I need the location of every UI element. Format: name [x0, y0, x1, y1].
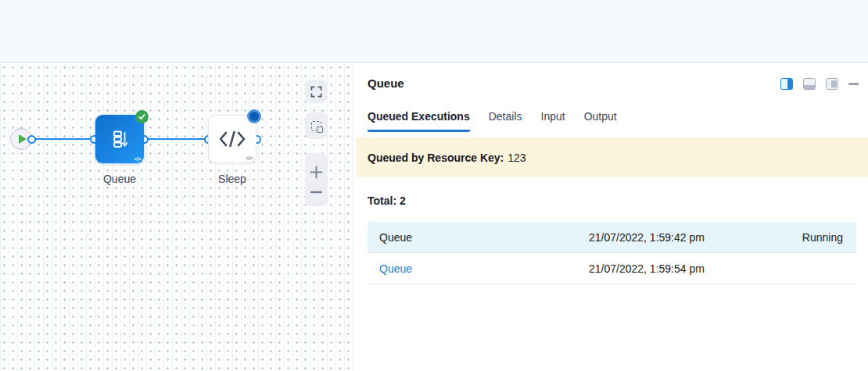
execution-link[interactable]: Queue	[379, 262, 412, 275]
tab-details[interactable]: Details	[489, 110, 522, 132]
sleep-node[interactable]: </>	[208, 115, 256, 163]
total-count: Total: 2	[368, 194, 406, 207]
fit-view-icon	[310, 86, 322, 98]
panel-bottom-icon[interactable]	[803, 78, 816, 90]
zoom-to-selection-icon	[311, 121, 321, 131]
zoom-controls[interactable]	[305, 153, 328, 206]
panel-layout-actions	[780, 78, 859, 90]
success-check-icon	[135, 110, 149, 123]
connection-queue-sleep	[144, 138, 208, 140]
sleep-node-label: Sleep	[185, 173, 279, 185]
workflow-canvas[interactable]: </> </> Queue Sleep	[0, 63, 356, 371]
top-header-band	[0, 0, 868, 62]
tab-input[interactable]: Input	[541, 110, 565, 132]
execution-row[interactable]: Queue 21/07/2022, 1:59:54 pm	[368, 253, 856, 284]
tab-queued-executions[interactable]: Queued Executions	[368, 110, 470, 132]
code-node-marker-icon: </>	[246, 155, 253, 161]
fit-view-button[interactable]	[305, 80, 328, 103]
zoom-to-selection-button[interactable]	[305, 112, 328, 139]
running-status-icon	[247, 109, 261, 123]
resource-key-banner: Queued by Resource Key: 123	[356, 137, 868, 177]
panel-title: Queue	[368, 77, 404, 90]
queue-node-label: Queue	[73, 173, 167, 185]
zoom-out-icon[interactable]	[310, 191, 322, 194]
resource-key-value: 123	[508, 152, 525, 164]
execution-timestamp: 21/07/2022, 1:59:54 pm	[589, 262, 770, 275]
minimize-icon[interactable]	[848, 83, 859, 85]
connection-start-queue	[31, 138, 94, 140]
node-details-panel: Queue Queued Executions Details Input Ou…	[356, 63, 868, 371]
execution-status: Running	[770, 231, 856, 244]
play-icon	[19, 134, 27, 144]
execution-timestamp: 21/07/2022, 1:59:42 pm	[589, 231, 770, 244]
code-node-marker-icon: </>	[134, 156, 141, 162]
split-right-icon[interactable]	[780, 78, 793, 90]
zoom-in-icon[interactable]	[310, 166, 323, 179]
queue-node[interactable]: </>	[95, 115, 144, 163]
panel-tabs: Queued Executions Details Input Output	[368, 110, 617, 132]
execution-name: Queue	[368, 231, 589, 244]
code-icon	[218, 130, 246, 148]
executions-table: Queue 21/07/2022, 1:59:42 pm Running Que…	[368, 222, 856, 284]
tab-output[interactable]: Output	[584, 110, 617, 132]
queue-icon	[108, 127, 131, 151]
execution-row[interactable]: Queue 21/07/2022, 1:59:42 pm Running	[368, 222, 856, 253]
connector-start-output[interactable]	[27, 135, 36, 144]
panel-floating-icon[interactable]	[826, 78, 838, 90]
resource-key-label: Queued by Resource Key:	[368, 152, 504, 164]
